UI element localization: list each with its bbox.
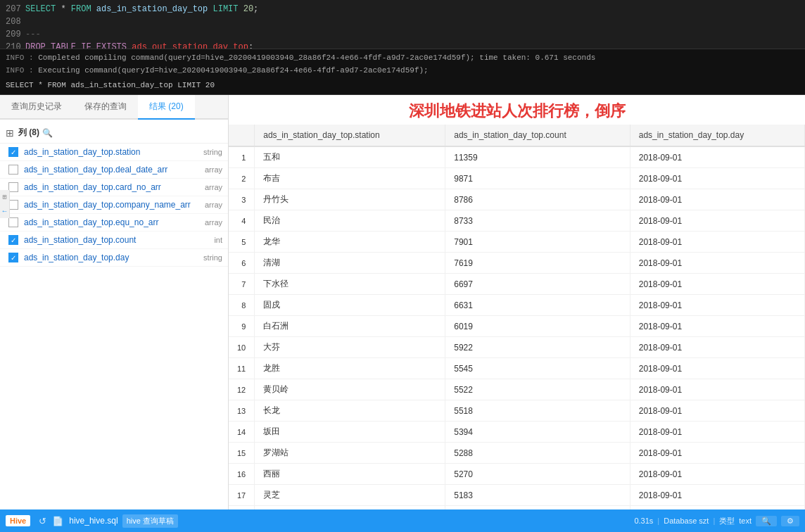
settings-btn[interactable]: ⚙ (781, 516, 799, 526)
code-editor: 207 SELECT * FROM ads_in_station_day_top… (0, 0, 805, 49)
col-header-count[interactable]: ads_in_station_day_top.count (445, 125, 630, 146)
cell-station: 龙胜 (255, 358, 445, 379)
row-number: 4 (229, 210, 255, 232)
col-header-day[interactable]: ads_in_station_day_top.day (630, 125, 804, 146)
tab-results[interactable]: 结果 (20) (138, 95, 195, 120)
undo-icon[interactable]: ↺ (39, 516, 46, 526)
col-header-station[interactable]: ads_in_station_day_top.station (255, 125, 445, 146)
nav-grid-icon[interactable]: ⊞ (1, 193, 9, 201)
col-item-company[interactable]: ads_in_station_day_top.company_name_arr … (0, 196, 228, 214)
col-name-station: ads_in_station_day_top.station (24, 147, 201, 157)
cell-station: 下水径 (255, 274, 445, 295)
cell-day: 2018-09-01 (630, 189, 804, 210)
cell-station: 丹竹头 (255, 189, 445, 210)
cell-count: 5062 (445, 506, 630, 510)
column-list-header: ⊞ 列 (8) 🔍 (0, 122, 228, 144)
cell-station: 清湖 (255, 253, 445, 274)
cell-day: 2018-09-01 (630, 168, 804, 189)
row-number: 16 (229, 464, 255, 485)
col-item-deal-date[interactable]: ads_in_station_day_top.deal_date_arr arr… (0, 161, 228, 179)
status-right: 0.31s | Database szt | 类型 text 🔍 ⚙ (634, 516, 799, 526)
cell-day: 2018-09-01 (630, 274, 804, 295)
query-area: 查询历史记录 保存的查询 结果 (20) ⊞ 列 (8) 🔍 ads_in_st… (0, 95, 805, 509)
col-item-station[interactable]: ads_in_station_day_top.station string (0, 144, 228, 161)
col-type-deal-date: array (205, 165, 222, 174)
row-number: 8 (229, 295, 255, 316)
col-item-equ-no[interactable]: ads_in_station_day_top.equ_no_arr array (0, 214, 228, 232)
col-checkbox-equ-no[interactable] (8, 217, 18, 227)
cell-day: 2018-09-01 (630, 358, 804, 379)
cell-day: 2018-09-01 (630, 210, 804, 232)
cell-day: 2018-09-01 (630, 295, 804, 316)
log-line-2: INFO : Executing command(queryId=hive_20… (6, 65, 799, 77)
table-row: 5龙华79012018-09-01 (229, 232, 805, 253)
col-name-equ-no: ads_in_station_day_top.equ_no_arr (24, 217, 202, 227)
row-number: 14 (229, 422, 255, 443)
cell-day: 2018-09-01 (630, 232, 804, 253)
table-row: 2布吉98712018-09-01 (229, 168, 805, 189)
table-row: 9白石洲60192018-09-01 (229, 316, 805, 337)
col-checkbox-card-no[interactable] (8, 182, 18, 192)
col-name-company: ads_in_station_day_top.company_name_arr (24, 200, 202, 210)
row-number: 9 (229, 316, 255, 337)
table-row: 15罗湖站52882018-09-01 (229, 443, 805, 464)
cell-count: 5183 (445, 485, 630, 506)
cell-count: 8733 (445, 210, 630, 232)
col-checkbox-day[interactable] (8, 253, 18, 262)
cell-station: 布吉 (255, 168, 445, 189)
code-line-208: 208 (6, 15, 799, 28)
col-item-day[interactable]: ads_in_station_day_top.day string (0, 249, 228, 267)
col-checkbox-station[interactable] (8, 147, 18, 157)
results-table: ads_in_station_day_top.station ads_in_st… (229, 125, 805, 509)
col-name-count: ads_in_station_day_top.count (24, 235, 211, 245)
log-line-1: INFO : Completed compiling command(query… (6, 52, 799, 65)
zoom-btn[interactable]: 🔍 (756, 516, 777, 526)
col-checkbox-count[interactable] (8, 235, 18, 245)
cell-day: 2018-09-01 (630, 464, 804, 485)
query-badge[interactable]: hive 查询草稿 (122, 514, 178, 528)
cell-count: 6019 (445, 316, 630, 337)
table-row: 13长龙55182018-09-01 (229, 400, 805, 422)
column-count-label: 列 (8) (18, 127, 39, 139)
table-row: 12黄贝岭55222018-09-01 (229, 379, 805, 400)
tab-saved[interactable]: 保存的查询 (73, 95, 138, 120)
tab-history[interactable]: 查询历史记录 (0, 95, 73, 120)
row-number: 3 (229, 189, 255, 210)
cell-count: 5922 (445, 337, 630, 358)
cell-day: 2018-09-01 (630, 146, 804, 168)
table-row: 16西丽52702018-09-01 (229, 464, 805, 485)
hive-logo: Hive (6, 515, 30, 526)
nav-arrow-icon[interactable]: ← (1, 207, 9, 215)
cell-station: 白石洲 (255, 316, 445, 337)
cell-count: 5545 (445, 358, 630, 379)
col-checkbox-company[interactable] (8, 200, 18, 210)
cell-count: 5518 (445, 400, 630, 422)
query-preview: SELECT * FROM ads_in_station_day_top LIM… (6, 80, 799, 92)
search-columns-icon[interactable]: 🔍 (42, 128, 53, 138)
row-number: 1 (229, 146, 255, 168)
code-line-210: 210 DROP TABLE IF EXISTS ads_out_station… (6, 41, 799, 49)
cell-day: 2018-09-01 (630, 253, 804, 274)
col-checkbox-deal-date[interactable] (8, 165, 18, 175)
cell-count: 5394 (445, 422, 630, 443)
col-item-card-no[interactable]: ads_in_station_day_top.card_no_arr array (0, 179, 228, 196)
type-label: 类型 (719, 516, 735, 526)
file-new-icon[interactable]: 📄 (52, 516, 63, 526)
chart-title: 深圳地铁进站人次排行榜，倒序 (229, 95, 805, 125)
cell-day: 2018-09-01 (630, 485, 804, 506)
table-row: 10大芬59222018-09-01 (229, 337, 805, 358)
col-type-station: string (203, 148, 222, 156)
table-row: 6清湖76192018-09-01 (229, 253, 805, 274)
filename: hive_hive.sql (69, 516, 118, 526)
table-row: 3丹竹头87862018-09-01 (229, 189, 805, 210)
row-number: 10 (229, 337, 255, 358)
cell-count: 9871 (445, 168, 630, 189)
log-area: INFO : Completed compiling command(query… (0, 49, 805, 95)
cell-station: 灵芝 (255, 485, 445, 506)
column-list: ⊞ 列 (8) 🔍 ads_in_station_day_top.station… (0, 120, 228, 509)
cell-day: 2018-09-01 (630, 337, 804, 358)
table-row: 14坂田53942018-09-01 (229, 422, 805, 443)
col-item-count[interactable]: ads_in_station_day_top.count int (0, 232, 228, 249)
data-table-wrap[interactable]: ads_in_station_day_top.station ads_in_st… (229, 125, 805, 509)
text-label: text (739, 517, 752, 525)
